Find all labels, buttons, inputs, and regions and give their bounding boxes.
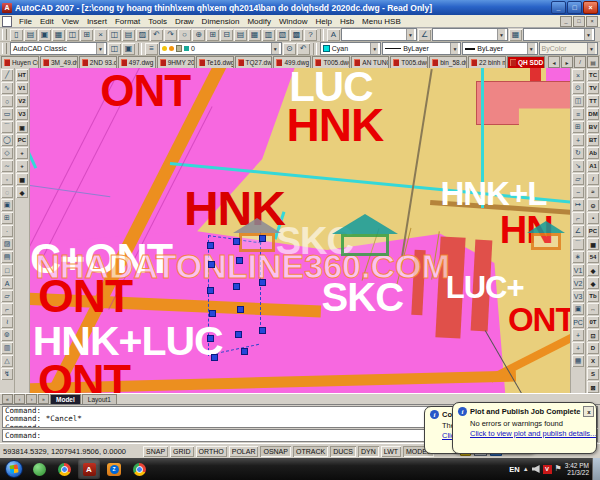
- modify-tool-button[interactable]: ∗: [572, 251, 584, 263]
- custom-tool-button[interactable]: S: [587, 368, 599, 380]
- layout-nav-button[interactable]: ›: [26, 394, 37, 404]
- modify-tool-button[interactable]: +: [572, 329, 584, 341]
- minimize-button[interactable]: _: [551, 1, 566, 14]
- dropdown-arrow-icon[interactable]: ▼: [584, 29, 592, 40]
- color-combo[interactable]: Cyan ▼: [320, 42, 381, 55]
- draw-tool-button[interactable]: □: [1, 264, 13, 276]
- document-tab[interactable]: QH SDD 20: [507, 56, 545, 68]
- taskbar-app-chrome[interactable]: [53, 459, 75, 479]
- toolbar-button[interactable]: ▤: [122, 29, 135, 41]
- dropdown-arrow-icon[interactable]: ▼: [406, 29, 414, 40]
- layer-color-chip[interactable]: [184, 46, 189, 51]
- draw-tool-button[interactable]: ⌐: [1, 303, 13, 315]
- custom-tool-button[interactable]: TC: [587, 69, 599, 81]
- selection-grip[interactable]: [259, 235, 266, 242]
- tabs-scroll-left-button[interactable]: ◂: [548, 56, 560, 68]
- custom-tool-button[interactable]: HT: [16, 69, 28, 81]
- custom-tool-button[interactable]: X: [587, 355, 599, 367]
- custom-tool-button[interactable]: 0T: [587, 316, 599, 328]
- modify-tool-button[interactable]: ⌐: [572, 212, 584, 224]
- toolbar-button[interactable]: ▦: [52, 29, 65, 41]
- custom-tool-button[interactable]: ⊠: [587, 381, 599, 393]
- modify-tool-button[interactable]: V1: [572, 264, 584, 276]
- table-style-icon[interactable]: ▦: [509, 29, 522, 41]
- my-workspace-button[interactable]: ▣: [122, 43, 135, 55]
- workspace-combo[interactable]: AutoCAD Classic ▼: [10, 42, 107, 55]
- draw-tool-button[interactable]: ∿: [1, 82, 13, 94]
- taskbar-app-green[interactable]: [28, 459, 50, 479]
- menu-item[interactable]: Insert: [83, 17, 111, 26]
- tray-v-app-icon[interactable]: V: [543, 465, 552, 474]
- custom-tool-button[interactable]: ◆: [587, 277, 599, 289]
- layer-previous-button[interactable]: ↶: [297, 43, 310, 55]
- dropdown-arrow-icon[interactable]: ▼: [370, 43, 378, 54]
- layout-nav-button[interactable]: »: [38, 394, 49, 404]
- custom-tool-button[interactable]: TT: [587, 95, 599, 107]
- menu-item[interactable]: Hsb: [336, 17, 358, 26]
- lineweight-combo[interactable]: ByLayer ▼: [462, 42, 537, 55]
- draw-tool-button[interactable]: ⊚: [1, 329, 13, 341]
- selection-grip[interactable]: [259, 279, 266, 286]
- balloon-link[interactable]: Click to view plot and publish details..…: [470, 429, 591, 438]
- draw-tool-button[interactable]: ▥: [1, 342, 13, 354]
- modify-tool-button[interactable]: −: [572, 186, 584, 198]
- draw-tool-button[interactable]: ◌: [1, 186, 13, 198]
- toolbar-grip[interactable]: [2, 29, 7, 40]
- tray-expand-icon[interactable]: ▲: [523, 466, 529, 472]
- start-button[interactable]: [3, 459, 25, 479]
- draw-tool-button[interactable]: ≀: [1, 316, 13, 328]
- make-object-layer-button[interactable]: ⊙: [283, 43, 296, 55]
- taskbar-app-zalo[interactable]: Z: [103, 459, 125, 479]
- status-toggle-button[interactable]: SNAP: [143, 446, 168, 457]
- custom-tool-button[interactable]: ⊙: [587, 199, 599, 211]
- custom-tool-button[interactable]: ≈: [587, 186, 599, 198]
- dropdown-arrow-icon[interactable]: ▼: [271, 43, 279, 54]
- status-toggle-button[interactable]: DYN: [358, 446, 379, 457]
- selection-grip[interactable]: [209, 310, 216, 317]
- custom-tool-button[interactable]: Ab: [587, 147, 599, 159]
- dropdown-arrow-icon[interactable]: ▼: [527, 43, 535, 54]
- selection-grip[interactable]: [241, 348, 248, 355]
- edit-button[interactable]: /: [574, 56, 586, 68]
- toolbar-button[interactable]: ▤: [234, 29, 247, 41]
- custom-tool-button[interactable]: A1: [587, 160, 599, 172]
- menu-item[interactable]: Format: [111, 17, 144, 26]
- selection-grip[interactable]: [259, 327, 266, 334]
- tabs-scroll-right-button[interactable]: ▸: [561, 56, 573, 68]
- toolbar-button[interactable]: ◫: [66, 29, 79, 41]
- draw-tool-button[interactable]: ◯: [1, 134, 13, 146]
- custom-tool-button[interactable]: ↔: [587, 303, 599, 315]
- document-tab[interactable]: bin_58.dw: [429, 56, 467, 68]
- toolbar-button[interactable]: ↷: [164, 29, 177, 41]
- workspace-settings-button[interactable]: ◫: [108, 43, 121, 55]
- taskbar-clock[interactable]: 3:42 PM 21/3/22: [565, 462, 589, 477]
- modify-tool-button[interactable]: ≡: [572, 108, 584, 120]
- status-toggle-button[interactable]: POLAR: [229, 446, 259, 457]
- draw-tool-button[interactable]: ▨: [1, 238, 13, 250]
- document-tab[interactable]: Te16.dwg: [196, 56, 234, 68]
- status-toggle-button[interactable]: ORTHO: [196, 446, 227, 457]
- draw-tool-button[interactable]: ▭: [1, 108, 13, 120]
- modify-tool-button[interactable]: ⌒: [572, 238, 584, 250]
- toolbar-button[interactable]: ▦: [248, 29, 261, 41]
- dropdown-arrow-icon[interactable]: ▼: [450, 43, 458, 54]
- document-tab[interactable]: 9HMY 2015: [157, 56, 195, 68]
- selection-grip[interactable]: [208, 261, 215, 268]
- open-folder-button[interactable]: ▤: [587, 56, 599, 68]
- menu-item[interactable]: Edit: [36, 17, 58, 26]
- menu-item[interactable]: Dimension: [198, 17, 244, 26]
- doc-close-button[interactable]: ×: [586, 16, 598, 27]
- modify-tool-button[interactable]: ×: [572, 69, 584, 81]
- menu-item[interactable]: Menu HSB: [358, 17, 405, 26]
- selection-grip[interactable]: [211, 354, 218, 361]
- menu-item[interactable]: File: [15, 17, 36, 26]
- custom-tool-button[interactable]: PC: [16, 134, 28, 146]
- selection-grip[interactable]: [207, 242, 214, 249]
- layer-combo[interactable]: 0 ▼: [159, 42, 282, 55]
- modify-tool-button[interactable]: ⊙: [572, 82, 584, 94]
- toolbar-button[interactable]: ⊟: [220, 29, 233, 41]
- document-tab[interactable]: 499.dwg: [273, 56, 311, 68]
- volume-icon[interactable]: [532, 465, 540, 473]
- custom-tool-button[interactable]: V1: [16, 82, 28, 94]
- layer-freeze-sun-icon[interactable]: [169, 46, 174, 51]
